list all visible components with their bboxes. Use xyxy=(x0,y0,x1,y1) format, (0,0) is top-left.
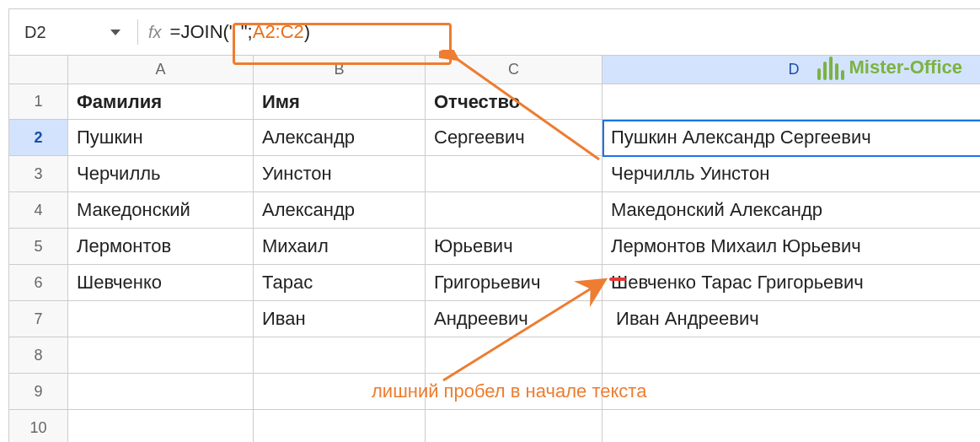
cell-B10[interactable] xyxy=(254,410,426,442)
cell-C5[interactable]: Юрьевич xyxy=(426,229,602,265)
cell-A10[interactable] xyxy=(68,410,254,442)
cell-A3[interactable]: Черчилль xyxy=(68,156,254,192)
name-box-text: D2 xyxy=(24,23,46,42)
cell-B3[interactable]: Уинстон xyxy=(254,156,426,192)
cell-D10[interactable] xyxy=(602,410,980,442)
cell-A1[interactable]: Фамилия xyxy=(68,84,254,120)
table-row: 1ФамилияИмяОтчество xyxy=(9,84,980,120)
cell-C7[interactable]: Андреевич xyxy=(426,301,602,337)
spreadsheet-window: D2 fx =JOIN(" ";A2:C2) A B C D 1ФамилияИ… xyxy=(8,8,980,442)
logo-bars-icon xyxy=(817,55,844,80)
col-head-A[interactable]: A xyxy=(68,56,254,84)
row-head-5[interactable]: 5 xyxy=(9,229,68,265)
row-head-3[interactable]: 3 xyxy=(9,156,68,192)
watermark-logo: Mister-Office xyxy=(817,55,962,80)
cell-B8[interactable] xyxy=(254,337,426,374)
name-box[interactable]: D2 xyxy=(18,23,127,42)
cell-C2[interactable]: Сергеевич xyxy=(426,120,602,156)
cell-D8[interactable] xyxy=(602,337,980,374)
cell-B2[interactable]: Александр xyxy=(254,120,426,156)
col-head-C[interactable]: C xyxy=(426,56,602,84)
cell-D5[interactable]: Лермонтов Михаил Юрьевич xyxy=(602,229,980,265)
fx-label: fx xyxy=(148,23,162,42)
cell-A9[interactable] xyxy=(68,374,254,410)
cell-D3[interactable]: Черчилль Уинстон xyxy=(602,156,980,192)
formula-prefix: =JOIN(" "; xyxy=(170,21,253,42)
table-row: 7ИванАндреевич Иван Андреевич xyxy=(9,301,980,337)
cell-D1[interactable] xyxy=(602,84,980,120)
table-row: 5ЛермонтовМихаилЮрьевичЛермонтов Михаил … xyxy=(9,229,980,265)
formula-input[interactable]: =JOIN(" ";A2:C2) xyxy=(170,21,311,43)
select-all-corner[interactable] xyxy=(9,56,68,84)
cell-D7[interactable]: Иван Андреевич xyxy=(602,301,980,337)
row-head-6[interactable]: 6 xyxy=(9,265,68,301)
cell-A5[interactable]: Лермонтов xyxy=(68,229,254,265)
cell-D9[interactable] xyxy=(602,374,980,410)
col-head-B[interactable]: B xyxy=(254,56,426,84)
cell-C6[interactable]: Григорьевич xyxy=(426,265,602,301)
table-row: 2ПушкинАлександрСергеевичПушкин Александ… xyxy=(9,120,980,156)
cell-B5[interactable]: Михаил xyxy=(254,229,426,265)
cell-A2[interactable]: Пушкин xyxy=(68,120,254,156)
row-head-9[interactable]: 9 xyxy=(9,374,68,410)
cell-C4[interactable] xyxy=(426,192,602,229)
cell-C10[interactable] xyxy=(426,410,602,442)
table-row: 3ЧерчилльУинстонЧерчилль Уинстон xyxy=(9,156,980,192)
chevron-down-icon[interactable] xyxy=(110,30,120,35)
row-head-8[interactable]: 8 xyxy=(9,337,68,374)
formula-bar: D2 fx =JOIN(" ";A2:C2) xyxy=(9,9,980,56)
row-head-10[interactable]: 10 xyxy=(9,410,68,442)
cell-D4[interactable]: Македонский Александр xyxy=(602,192,980,229)
cell-D6[interactable]: Шевченко Тарас Григорьевич xyxy=(602,265,980,301)
separator xyxy=(137,19,138,45)
cell-C1[interactable]: Отчество xyxy=(426,84,602,120)
cell-B7[interactable]: Иван xyxy=(254,301,426,337)
cell-D2[interactable]: Пушкин Александр Сергеевич xyxy=(602,120,980,156)
table-row: 10 xyxy=(9,410,980,442)
row-head-2[interactable]: 2 xyxy=(9,120,68,156)
cell-C3[interactable] xyxy=(426,156,602,192)
annotation-text: лишний пробел в начале текста xyxy=(372,380,646,402)
cell-A8[interactable] xyxy=(68,337,254,374)
table-row: 6ШевченкоТарасГригорьевичШевченко Тарас … xyxy=(9,265,980,301)
cell-B6[interactable]: Тарас xyxy=(254,265,426,301)
formula-ref: A2:C2 xyxy=(253,21,304,42)
row-head-7[interactable]: 7 xyxy=(9,301,68,337)
formula-suffix: ) xyxy=(304,21,310,42)
logo-text: Mister-Office xyxy=(849,57,962,78)
cell-B1[interactable]: Имя xyxy=(254,84,426,120)
cell-A6[interactable]: Шевченко xyxy=(68,265,254,301)
cell-B4[interactable]: Александр xyxy=(254,192,426,229)
cell-C8[interactable] xyxy=(426,337,602,374)
row-head-4[interactable]: 4 xyxy=(9,192,68,229)
row-head-1[interactable]: 1 xyxy=(9,84,68,120)
table-row: 8 xyxy=(9,337,980,374)
table-row: 4МакедонскийАлександрМакедонский Алексан… xyxy=(9,192,980,229)
cell-A4[interactable]: Македонский xyxy=(68,192,254,229)
annotation-red-underline xyxy=(609,278,626,281)
cell-A7[interactable] xyxy=(68,301,254,337)
